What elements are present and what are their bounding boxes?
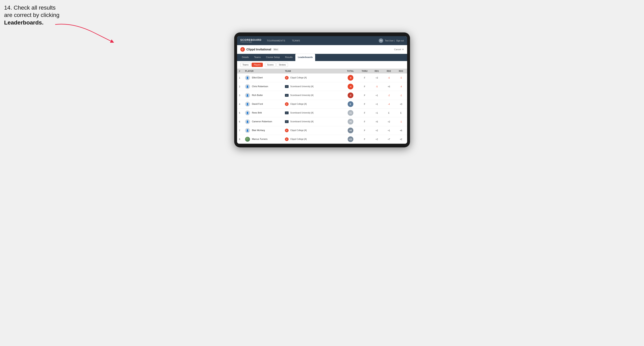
score-badge: -4 xyxy=(348,84,353,89)
rd2-cell: -4 xyxy=(383,100,395,109)
nav-tournaments[interactable]: TOURNAMENTS xyxy=(266,39,286,43)
tab-leaderboards[interactable]: Leaderboards xyxy=(295,54,315,61)
col-header-team: TEAM xyxy=(283,69,342,73)
player-avatar: 👤 xyxy=(245,84,250,89)
thru-cell: F xyxy=(358,91,371,100)
filter-players[interactable]: Players xyxy=(252,63,263,67)
team-icon-c: C xyxy=(285,137,288,141)
table-row: 7 👤 Blair McHarg C Clippd College [A] +9… xyxy=(237,126,407,135)
row-num: 1 xyxy=(237,73,243,82)
player-name: Blair McHarg xyxy=(252,129,265,132)
rd3-cell: -1 xyxy=(395,117,407,126)
tournament-header: C Clippd Invitational Men Cancel ✕ xyxy=(237,45,407,54)
col-header-rd2: RD2 xyxy=(383,69,395,73)
rd2-cell: -2 xyxy=(383,91,395,100)
team-cell: C Clippd College [A] xyxy=(283,126,342,135)
total-cell: E xyxy=(342,100,358,109)
rd3-cell: +6 xyxy=(395,126,407,135)
filter-scores[interactable]: Scores xyxy=(265,63,276,67)
rd1-cell: +2 xyxy=(371,126,383,135)
tab-bar: Details Teams Course Setup Results Leade… xyxy=(237,54,407,61)
rd1-cell: +5 xyxy=(371,117,383,126)
team-cell: ≡ Scoreboard University [A] xyxy=(283,82,342,91)
team-name: Scoreboard University [A] xyxy=(290,120,313,123)
col-header-rd1: RD1 xyxy=(371,69,383,73)
thru-cell: F xyxy=(358,100,371,109)
player-avatar: 👤 xyxy=(245,119,250,124)
rd3-cell: -5 xyxy=(395,73,407,82)
player-name: Rich Butler xyxy=(252,94,263,96)
player-name: David Ford xyxy=(252,103,263,105)
team-icon-c: C xyxy=(285,76,288,80)
score-badge: +6 xyxy=(348,119,353,125)
nav-teams[interactable]: TEAMS xyxy=(291,39,301,43)
row-num: 8 xyxy=(237,135,243,144)
user-avatar: TU xyxy=(379,38,383,43)
team-cell: C Clippd College [A] xyxy=(283,73,342,82)
total-cell: -2 xyxy=(342,91,358,100)
team-name: Clippd College [A] xyxy=(290,77,306,79)
player-name: Cameron Robertson xyxy=(252,120,272,123)
tournament-name: Clippd Invitational xyxy=(246,48,271,51)
score-badge: +1 xyxy=(348,110,353,116)
player-cell: 👤 Rich Butler xyxy=(243,91,283,100)
nav-right: TU Test User | Sign out xyxy=(379,38,404,43)
col-header-thru: THRU xyxy=(358,69,371,73)
total-cell: -8 xyxy=(342,73,358,82)
tab-teams[interactable]: Teams xyxy=(252,54,263,61)
player-name: Marcus Turners xyxy=(252,138,267,140)
team-name: Scoreboard University [A] xyxy=(290,112,313,114)
rd2-cell: -6 xyxy=(383,73,395,82)
player-cell: 👤 Chris Robertson xyxy=(243,82,283,91)
team-icon-s: ≡ xyxy=(285,120,288,123)
player-name: Rees Britt xyxy=(252,111,262,114)
user-name: Test User | xyxy=(385,40,395,42)
nav-left: SCOREBOARD Powered by clippd TOURNAMENTS… xyxy=(240,39,302,43)
team-name: Clippd College [A] xyxy=(290,103,306,105)
team-icon-s: ≡ xyxy=(285,85,288,88)
player-avatar: 👤 xyxy=(245,102,250,107)
total-cell: +6 xyxy=(342,117,358,126)
total-cell: +9 xyxy=(342,126,358,135)
row-num: 6 xyxy=(237,117,243,126)
rd1-cell: +1 xyxy=(371,91,383,100)
tab-details[interactable]: Details xyxy=(240,54,252,61)
arrow-annotation xyxy=(49,20,118,47)
rd3-cell: E xyxy=(395,109,407,117)
tab-course-setup[interactable]: Course Setup xyxy=(264,54,282,61)
rd1-cell: +1 xyxy=(371,100,383,109)
player-avatar: 👤 xyxy=(245,75,250,80)
table-row: 3 👤 Rich Butler ≡ Scoreboard University … xyxy=(237,91,407,100)
team-cell: ≡ Scoreboard University [A] xyxy=(283,109,342,117)
thru-cell: F xyxy=(358,126,371,135)
sign-out-link[interactable]: Sign out xyxy=(396,40,404,42)
rd1-cell: +1 xyxy=(371,109,383,117)
instruction-text: 14. Check all results are correct by cli… xyxy=(4,4,60,26)
table-row: 2 👤 Chris Robertson ≡ Scoreboard Univers… xyxy=(237,82,407,91)
table-row: 4 👤 David Ford C Clippd College [A] E F … xyxy=(237,100,407,109)
player-avatar: 👤 xyxy=(245,93,250,98)
filter-teams[interactable]: Teams xyxy=(240,63,251,67)
row-num: 3 xyxy=(237,91,243,100)
score-badge: -8 xyxy=(348,75,353,81)
rd1-cell: -5 xyxy=(371,82,383,91)
tab-results[interactable]: Results xyxy=(283,54,295,61)
rd2-cell: +7 xyxy=(383,135,395,144)
score-badge: -2 xyxy=(348,92,353,98)
filter-strokes[interactable]: Strokes xyxy=(276,63,288,67)
total-cell: +11 xyxy=(342,135,358,144)
filter-bar: Teams Players Scores Strokes xyxy=(237,61,407,69)
rd2-cell: +2 xyxy=(383,117,395,126)
team-cell: ≡ Scoreboard University [A] xyxy=(283,117,342,126)
thru-cell: F xyxy=(358,117,371,126)
cancel-button[interactable]: Cancel ✕ xyxy=(394,48,404,51)
logo: SCOREBOARD Powered by clippd xyxy=(240,39,262,43)
rd1-cell: +2 xyxy=(371,135,383,144)
team-name: Scoreboard University [A] xyxy=(290,94,313,96)
leaderboard-table: # PLAYER TEAM TOTAL THRU RD1 RD2 RD3 1 👤 xyxy=(237,69,407,144)
top-navigation: SCOREBOARD Powered by clippd TOURNAMENTS… xyxy=(237,36,407,45)
team-name: Clippd College [A] xyxy=(290,138,306,140)
player-cell: 👤 Cameron Robertson xyxy=(243,117,283,126)
rd3-cell: -4 xyxy=(395,82,407,91)
col-header-rd3: RD3 xyxy=(395,69,407,73)
